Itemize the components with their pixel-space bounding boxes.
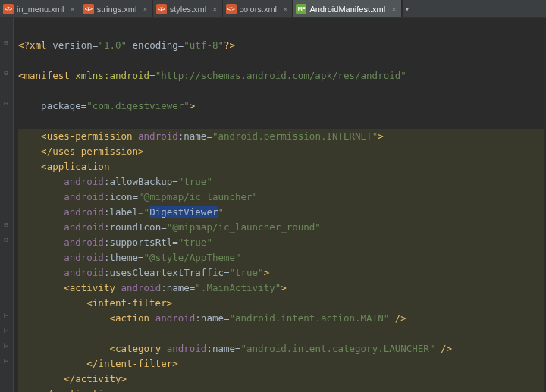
- tab-label: colors.xml: [240, 5, 278, 14]
- gutter: ⊟ ⊟ ⊟ ⊟ ⊟ ⊢ ⊢ ⊢ ⊢: [0, 18, 14, 392]
- xml-icon: </>: [226, 4, 237, 14]
- fold-icon[interactable]: ⊟: [2, 236, 10, 243]
- tab-label: strings.xml: [97, 5, 137, 14]
- selected-text: DigestViewer: [149, 206, 218, 218]
- code-line: android:theme="@style/AppTheme": [18, 250, 544, 265]
- code-line: <?xml version="1.0" encoding="utf-8"?>: [18, 38, 544, 53]
- close-icon[interactable]: ×: [143, 5, 147, 14]
- editor-tabs: </> in_menu.xml × </> strings.xml × </> …: [0, 0, 546, 18]
- tab-label: in_menu.xml: [17, 5, 64, 14]
- code-line: android:allowBackup="true": [18, 174, 544, 190]
- fold-icon[interactable]: ⊟: [2, 69, 10, 77]
- tab-colors[interactable]: </> colors.xml ×: [223, 0, 293, 17]
- manifest-icon: MF: [296, 4, 306, 14]
- code-line: <action android:name="android.intent.act…: [18, 311, 544, 326]
- code-line: package="com.digestviewer">: [18, 99, 544, 114]
- close-icon[interactable]: ×: [70, 5, 74, 14]
- tab-overflow-button[interactable]: ▾: [402, 0, 413, 17]
- fold-end-icon[interactable]: ⊢: [2, 342, 10, 350]
- fold-icon[interactable]: ⊟: [2, 99, 10, 107]
- code-line: <manifest xmlns:android="http://schemas.…: [18, 68, 544, 83]
- fold-end-icon[interactable]: ⊢: [2, 327, 10, 334]
- code-area[interactable]: <?xml version="1.0" encoding="utf-8"?> <…: [14, 18, 544, 392]
- code-line: </uses-permission>: [18, 144, 544, 159]
- code-line: android:usesCleartextTraffic="true">: [18, 265, 544, 281]
- close-icon[interactable]: ×: [391, 5, 396, 14]
- code-line: <uses-permission android:name="android.p…: [18, 129, 544, 144]
- code-line: android:label="DigestViewer": [18, 205, 544, 220]
- code-editor[interactable]: ⊟ ⊟ ⊟ ⊟ ⊟ ⊢ ⊢ ⊢ ⊢ <?xml version="1.0" en…: [0, 18, 546, 392]
- tab-styles[interactable]: </> styles.xml ×: [153, 0, 223, 17]
- fold-icon[interactable]: ⊟: [2, 221, 10, 228]
- code-line: [18, 326, 544, 341]
- tab-label: AndroidManifest.xml: [309, 5, 385, 14]
- code-line: </activity>: [18, 372, 544, 387]
- code-line: android:supportsRtl="true": [18, 235, 544, 250]
- code-line: <category android:name="android.intent.c…: [18, 341, 544, 356]
- code-line: <intent-filter>: [18, 296, 544, 311]
- tab-in-menu[interactable]: </> in_menu.xml ×: [0, 0, 80, 17]
- xml-icon: </>: [156, 4, 167, 14]
- close-icon[interactable]: ×: [283, 5, 287, 14]
- xml-icon: </>: [3, 4, 14, 14]
- tab-label: styles.xml: [170, 5, 206, 14]
- code-line: <activity android:name=".MainActivity">: [18, 281, 544, 296]
- tab-manifest[interactable]: MF AndroidManifest.xml ×: [293, 0, 401, 17]
- tab-strings[interactable]: </> strings.xml ×: [80, 0, 153, 17]
- xml-icon: </>: [83, 4, 94, 14]
- code-line: <application: [18, 159, 544, 174]
- code-line: android:icon="@mipmap/ic_launcher": [18, 190, 544, 205]
- fold-end-icon[interactable]: ⊢: [2, 357, 10, 365]
- code-line: </intent-filter>: [18, 356, 544, 372]
- code-line: android:roundIcon="@mipmap/ic_launcher_r…: [18, 220, 544, 235]
- close-icon[interactable]: ×: [212, 5, 217, 14]
- fold-end-icon[interactable]: ⊢: [2, 312, 10, 319]
- code-line: </application>: [18, 387, 544, 392]
- fold-icon[interactable]: ⊟: [2, 39, 10, 46]
